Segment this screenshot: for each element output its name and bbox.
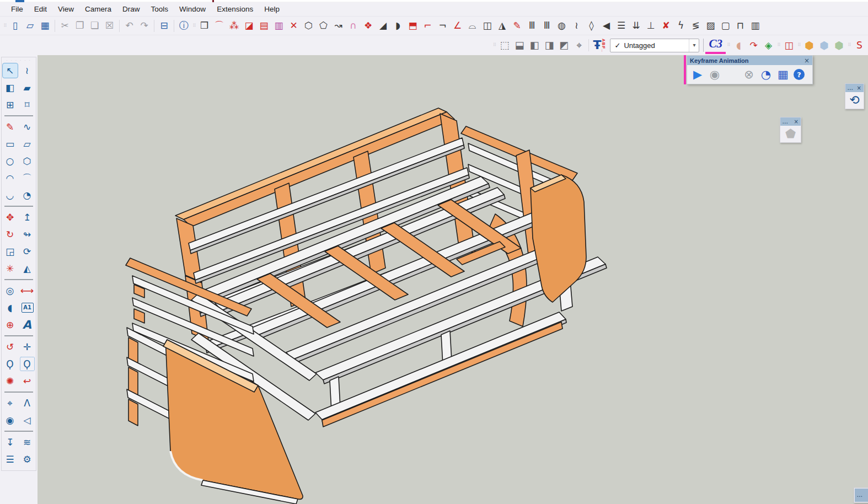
new-file-button[interactable]: ▯ bbox=[8, 18, 23, 34]
delete-button[interactable]: ☒ bbox=[102, 18, 117, 34]
push-pull-tool[interactable]: ↥ bbox=[19, 210, 35, 225]
fold-panel-icon[interactable]: ◊ bbox=[584, 18, 599, 34]
kf-delete-keys-button[interactable]: ⊗ bbox=[742, 68, 756, 81]
corner-line-icon[interactable]: ¬ bbox=[435, 18, 450, 34]
kf-select-keys-button[interactable] bbox=[725, 68, 738, 81]
c3-plugin-button[interactable]: C3 bbox=[705, 36, 726, 54]
pen-cross-icon[interactable]: ✘ bbox=[658, 18, 673, 34]
rotate-tool[interactable]: ↻ bbox=[2, 227, 18, 242]
shell-tool-icon[interactable]: ◖ bbox=[731, 37, 746, 53]
toolbar-drag-handle[interactable]: ⠿ bbox=[726, 37, 731, 53]
menu-tools[interactable]: Tools bbox=[146, 3, 174, 15]
close-icon[interactable]: × bbox=[804, 57, 810, 64]
close-icon[interactable]: × bbox=[857, 85, 861, 91]
menu-camera[interactable]: Camera bbox=[79, 3, 117, 15]
toolbar-drag-handle[interactable]: ⠿ bbox=[191, 18, 197, 34]
dome-head-icon[interactable]: ◗ bbox=[390, 18, 405, 34]
zoom-extents-tool[interactable]: ✺ bbox=[2, 373, 18, 389]
rectangle-tool[interactable]: ▭ bbox=[2, 136, 18, 152]
clamp-icon[interactable]: ⊓ bbox=[733, 18, 748, 34]
view-top-icon[interactable]: ⬓ bbox=[512, 37, 527, 53]
corner-box-blue-icon[interactable]: ⬢ bbox=[817, 37, 832, 53]
move-tool[interactable]: ✥ bbox=[2, 210, 18, 225]
open-file-button[interactable]: ▱ bbox=[23, 18, 37, 34]
view-front-icon[interactable]: ◧ bbox=[527, 37, 542, 53]
select-tool[interactable]: ↖ bbox=[2, 63, 18, 78]
marker-box-icon[interactable]: ✎ bbox=[510, 18, 524, 34]
model-info-button[interactable]: ⓘ bbox=[176, 18, 191, 34]
tags-dropdown[interactable]: ✓ Untagged ▾ bbox=[610, 39, 699, 52]
red-frames-icon[interactable]: ◫ bbox=[781, 37, 796, 53]
position-camera-tool[interactable]: ⌖ bbox=[2, 395, 18, 411]
tape-measure-tool[interactable]: ◎ bbox=[2, 283, 18, 298]
offset-tool[interactable]: ⟳ bbox=[19, 244, 35, 259]
line-tool[interactable]: ✎ bbox=[2, 119, 18, 135]
model-canvas[interactable]: Keyframe Animation × ▶◉⊗◔▦? ... × ⟲ ... … bbox=[37, 55, 868, 504]
color-stack-icon[interactable]: ▥ bbox=[271, 18, 286, 34]
lasso-select-tool[interactable]: ≀ bbox=[19, 63, 35, 78]
menu-edit[interactable]: Edit bbox=[29, 3, 52, 15]
toolset-drag-handle[interactable]: · · · · · · bbox=[2, 58, 36, 63]
point-chain-icon[interactable]: ⁂ bbox=[227, 18, 242, 34]
flip-tool[interactable]: ◭ bbox=[19, 261, 35, 276]
kf-play-button[interactable]: ▶ bbox=[691, 68, 704, 81]
two-point-arc-tool[interactable]: ⌒ bbox=[19, 170, 35, 186]
corner-box-orange-icon[interactable]: ⬢ bbox=[802, 37, 817, 53]
round-corner-icon[interactable]: ⌐ bbox=[420, 18, 435, 34]
screw-insert-icon[interactable]: ⇊ bbox=[629, 18, 644, 34]
angle-vertex-icon[interactable]: ∠ bbox=[450, 18, 465, 34]
paste-button[interactable]: ❏ bbox=[87, 18, 102, 34]
curves-gear-tool[interactable]: ⚙ bbox=[19, 452, 35, 467]
components-tool[interactable]: ⊞ bbox=[2, 97, 18, 112]
keyframe-toolbar-titlebar[interactable]: Keyframe Animation × bbox=[687, 56, 812, 65]
small-columns-icon[interactable]: Ⅲ bbox=[524, 18, 539, 34]
menu-extensions[interactable]: Extensions bbox=[211, 3, 259, 15]
kf-timing-button[interactable]: ◔ bbox=[759, 68, 773, 81]
stair-stringer-icon[interactable]: ≶ bbox=[688, 18, 703, 34]
dimension-tool[interactable]: ⟷ bbox=[19, 283, 35, 298]
menu-draw[interactable]: Draw bbox=[117, 3, 146, 15]
wedge-icon[interactable]: ◢ bbox=[376, 18, 390, 34]
speaker-box-icon[interactable]: ◀ bbox=[599, 18, 614, 34]
zigzag-stair-icon[interactable]: ϟ bbox=[673, 18, 688, 34]
mini-toolbar-titlebar[interactable]: ... bbox=[854, 488, 868, 502]
sail-curve-icon[interactable]: ◮ bbox=[495, 18, 510, 34]
three-d-text-tool[interactable]: A bbox=[19, 317, 35, 333]
monitor-frame-icon[interactable]: ▢ bbox=[718, 18, 733, 34]
pushpin-note-icon[interactable]: ❒ bbox=[197, 18, 212, 34]
polygon-shape-icon[interactable]: ⬟ bbox=[785, 128, 796, 140]
text-tool[interactable]: A1 bbox=[22, 303, 34, 313]
toolbar-drag-handle[interactable]: ⠿ bbox=[2, 18, 8, 34]
mini-toolbar-titlebar[interactable]: ... × bbox=[845, 84, 864, 92]
shelf-stack-icon[interactable]: ☰ bbox=[614, 18, 629, 34]
tag-tool[interactable]: ⌑ bbox=[19, 97, 35, 112]
look-around-tool[interactable]: ◉ bbox=[2, 412, 18, 428]
redo-button[interactable]: ↷ bbox=[137, 18, 152, 34]
curve-drop-icon[interactable]: ↷ bbox=[746, 37, 761, 53]
grip-cylinder-icon[interactable]: ◍ bbox=[554, 18, 569, 34]
position-camera-view-icon[interactable]: ⌖ bbox=[571, 37, 586, 53]
rotated-rectangle-tool[interactable]: ▱ bbox=[19, 136, 35, 152]
previous-view-tool[interactable]: ↩ bbox=[19, 373, 35, 389]
copy-button[interactable]: ❐ bbox=[72, 18, 87, 34]
cabinet-frame-icon[interactable]: ◫ bbox=[480, 18, 495, 34]
undo-button[interactable]: ↶ bbox=[122, 18, 137, 34]
menu-file[interactable]: File bbox=[6, 3, 29, 15]
toolbar-drag-handle[interactable]: ⠿ bbox=[796, 37, 802, 53]
view-iso-icon[interactable]: ⬚ bbox=[497, 37, 512, 53]
face-target-icon[interactable]: ⬒ bbox=[405, 18, 420, 34]
menu-help[interactable]: Help bbox=[259, 3, 285, 15]
conveyor-icon[interactable]: ▨ bbox=[703, 18, 718, 34]
scale-tool[interactable]: ◲ bbox=[2, 244, 18, 259]
toolbar-drag-handle[interactable]: ⠿ bbox=[846, 37, 852, 53]
toolbar-drag-handle[interactable]: ⠿ bbox=[491, 37, 497, 53]
gem-mesh-icon[interactable]: ◈ bbox=[761, 37, 776, 53]
book-edge-icon[interactable]: ▥ bbox=[748, 18, 763, 34]
axes-tool[interactable]: ⊕ bbox=[2, 317, 18, 333]
menu-view[interactable]: View bbox=[52, 3, 79, 15]
field-of-view-tool[interactable]: ◁ bbox=[19, 412, 35, 428]
polygon-dashed-icon[interactable]: ⬡ bbox=[301, 18, 316, 34]
xray-style-tool[interactable]: ≋ bbox=[19, 435, 35, 450]
warehouse-download-tool[interactable]: ↧ bbox=[2, 435, 18, 450]
view-back-icon[interactable]: ◩ bbox=[556, 37, 571, 53]
